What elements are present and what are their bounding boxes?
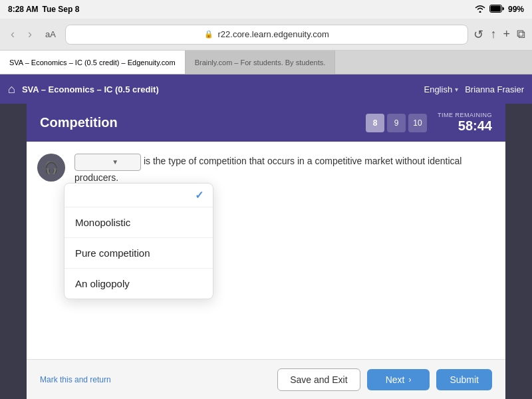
- dropdown-arrow-icon: ▼: [112, 157, 118, 167]
- content-card: Competition 8 9 10 TIME REMAINING 58:44 …: [27, 104, 505, 399]
- tab-brainly-label: Brainly.com – For students. By students.: [195, 59, 326, 66]
- chevron-down-icon: ▾: [455, 86, 458, 93]
- battery-icon: [489, 5, 504, 15]
- lock-icon: 🔒: [204, 30, 213, 39]
- language-selector[interactable]: English ▾: [424, 84, 458, 94]
- status-bar: 8:28 AM Tue Sep 8 99%: [0, 0, 532, 19]
- bottom-action-bar: Mark this and return Save and Exit Next …: [27, 359, 505, 399]
- tab-brainly[interactable]: Brainly.com – For students. By students.: [186, 51, 336, 74]
- dropdown-selected-text: [80, 156, 109, 169]
- refresh-button[interactable]: ↺: [473, 27, 483, 42]
- url-text: r22.core.learn.edgenuity.com: [217, 29, 329, 39]
- audio-button[interactable]: 🎧: [37, 154, 65, 182]
- save-exit-button[interactable]: Save and Exit: [277, 368, 360, 391]
- battery-pct: 99%: [508, 5, 524, 14]
- app-title: SVA – Economics – IC (0.5 credit): [22, 84, 418, 94]
- answer-dropdown[interactable]: ▼: [74, 154, 141, 171]
- next-button[interactable]: Next ›: [367, 369, 430, 390]
- add-tab-button[interactable]: +: [503, 27, 510, 41]
- next-label: Next: [386, 374, 405, 385]
- main-content: Competition 8 9 10 TIME REMAINING 58:44 …: [0, 104, 532, 399]
- dropdown-menu: ✓ Monopolistic Pure competition An oligo…: [64, 183, 213, 299]
- dropdown-item-pure-competition[interactable]: Pure competition: [65, 238, 213, 269]
- q-nav-9[interactable]: 9: [387, 114, 406, 132]
- dropdown-item-monopolistic[interactable]: Monopolistic: [65, 207, 213, 238]
- wifi-icon: [475, 5, 485, 15]
- back-button[interactable]: ‹: [7, 25, 19, 44]
- app-header: ⌂ SVA – Economics – IC (0.5 credit) Engl…: [0, 74, 532, 104]
- timer-section: TIME REMAINING 58:44: [438, 112, 492, 134]
- q-nav-10[interactable]: 10: [408, 114, 427, 132]
- browser-actions: ↺ ↑ + ⧉: [473, 27, 525, 42]
- tabs-bar: SVA – Economics – IC (0.5 credit) – Edge…: [0, 51, 532, 74]
- question-row: 🎧 ▼ is the type of competition that occu…: [27, 142, 505, 197]
- forward-button[interactable]: ›: [24, 25, 36, 44]
- status-date: Tue Sep 8: [43, 5, 80, 14]
- language-label: English: [424, 84, 452, 94]
- dropdown-item-oligopoly[interactable]: An oligopoly: [65, 269, 213, 299]
- timer-value: 58:44: [438, 118, 492, 134]
- tab-edgenuity-label: SVA – Economics – IC (0.5 credit) – Edge…: [9, 59, 176, 66]
- mark-return-link[interactable]: Mark this and return: [40, 375, 111, 384]
- timer-label: TIME REMAINING: [438, 112, 492, 118]
- url-bar[interactable]: 🔒 r22.core.learn.edgenuity.com: [65, 25, 469, 45]
- browser-chrome: ‹ › aA 🔒 r22.core.learn.edgenuity.com ↺ …: [0, 19, 532, 51]
- question-text: ▼ is the type of competition that occurs…: [74, 154, 495, 185]
- home-button[interactable]: ⌂: [8, 82, 15, 96]
- question-title: Competition: [40, 115, 118, 130]
- check-mark-icon: ✓: [195, 189, 203, 201]
- tab-edgenuity[interactable]: SVA – Economics – IC (0.5 credit) – Edge…: [0, 51, 186, 74]
- question-nav-buttons: 8 9 10: [366, 114, 427, 132]
- submit-button[interactable]: Submit: [436, 369, 492, 390]
- headphones-icon: 🎧: [44, 160, 59, 175]
- reader-button[interactable]: aA: [41, 27, 60, 42]
- q-nav-8[interactable]: 8: [366, 114, 384, 132]
- next-arrow-icon: ›: [408, 375, 411, 384]
- svg-rect-1: [490, 5, 501, 11]
- status-time: 8:28 AM: [8, 5, 39, 14]
- bottom-right-buttons: Save and Exit Next › Submit: [277, 368, 492, 391]
- share-button[interactable]: ↑: [490, 27, 496, 41]
- question-top-bar: Competition 8 9 10 TIME REMAINING 58:44: [27, 104, 505, 142]
- user-name: Brianna Frasier: [465, 84, 524, 94]
- dropdown-check-row: ✓: [65, 184, 213, 207]
- tabs-overview-button[interactable]: ⧉: [517, 27, 525, 41]
